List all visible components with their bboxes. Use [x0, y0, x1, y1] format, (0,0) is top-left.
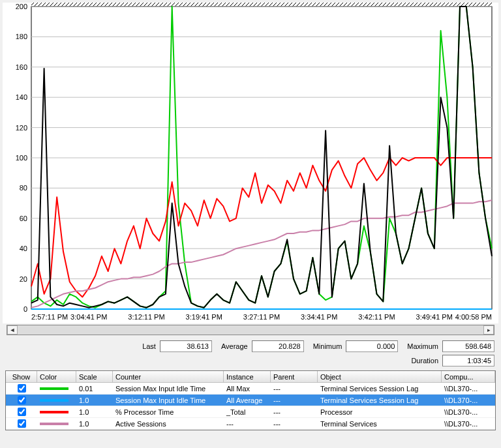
- show-checkbox-cell[interactable]: [6, 406, 37, 417]
- parent-cell: ---: [271, 383, 318, 394]
- header-instance[interactable]: Instance: [224, 371, 271, 382]
- header-scale[interactable]: Scale: [76, 371, 113, 382]
- svg-text:0: 0: [23, 305, 27, 313]
- svg-text:2:57:11 PM: 2:57:11 PM: [31, 313, 68, 321]
- avg-label: Average: [216, 342, 248, 350]
- dur-value: 1:03:45: [442, 355, 494, 366]
- svg-text:3:12:11 PM: 3:12:11 PM: [128, 313, 164, 321]
- color-swatch: [40, 411, 68, 413]
- scroll-left-button[interactable]: ◄: [7, 325, 18, 335]
- counter-grid[interactable]: Show Color Scale Counter Instance Parent…: [5, 370, 496, 430]
- scale-cell: 0.01: [76, 383, 113, 394]
- show-checkbox[interactable]: [18, 396, 26, 404]
- header-parent[interactable]: Parent: [271, 371, 318, 382]
- color-cell: [37, 395, 76, 406]
- last-value: 38.613: [160, 340, 212, 352]
- svg-rect-0: [31, 3, 492, 7]
- avg-value: 20.828: [252, 340, 304, 352]
- computer-cell: \\DL370-...: [442, 383, 495, 394]
- svg-text:200: 200: [16, 3, 27, 10]
- scale-cell: 1.0: [76, 418, 113, 429]
- scale-cell: 1.0: [76, 395, 113, 406]
- svg-text:3:34:41 PM: 3:34:41 PM: [301, 313, 337, 321]
- stats-bar: Last 38.613 Average 20.828 Minimum 0.000…: [3, 339, 498, 353]
- svg-text:3:04:41 PM: 3:04:41 PM: [70, 313, 107, 321]
- grid-header[interactable]: Show Color Scale Counter Instance Parent…: [6, 371, 495, 383]
- computer-cell: \\DL370-...: [442, 418, 495, 429]
- svg-text:3:19:41 PM: 3:19:41 PM: [186, 313, 222, 321]
- counter-cell: % Processor Time: [113, 406, 224, 417]
- color-cell: [37, 406, 76, 417]
- time-scrollbar[interactable]: ◄ ▸: [7, 325, 494, 335]
- computer-cell: \\DL370-...: [442, 406, 495, 417]
- counter-cell: Session Max Input Idle Time: [113, 395, 224, 406]
- svg-text:3:27:11 PM: 3:27:11 PM: [243, 313, 280, 321]
- svg-text:180: 180: [16, 33, 27, 40]
- object-cell: Terminal Services Session Lag: [318, 395, 442, 406]
- color-swatch: [40, 399, 68, 402]
- header-color[interactable]: Color: [37, 371, 76, 382]
- svg-text:140: 140: [16, 93, 27, 101]
- scale-cell: 1.0: [76, 406, 113, 417]
- instance-cell: ---: [224, 418, 271, 429]
- object-cell: Processor: [318, 406, 442, 417]
- header-computer[interactable]: Compu...: [442, 371, 495, 382]
- show-checkbox-cell[interactable]: [6, 395, 37, 406]
- perfmon-chart[interactable]: 0204060801001201401601802002:57:11 PM3:0…: [3, 3, 498, 323]
- dur-label: Duration: [406, 357, 438, 365]
- parent-cell: ---: [271, 406, 318, 417]
- svg-text:60: 60: [20, 215, 27, 222]
- parent-cell: ---: [271, 418, 318, 429]
- max-value: 598.648: [442, 340, 494, 352]
- header-counter[interactable]: Counter: [113, 371, 224, 382]
- counter-cell: Active Sessions: [113, 418, 224, 429]
- stats-bar-2: Duration 1:03:45: [3, 353, 498, 368]
- svg-text:120: 120: [16, 124, 27, 132]
- color-cell: [37, 383, 76, 394]
- header-object[interactable]: Object: [318, 371, 442, 382]
- counter-cell: Session Max Input Idle Time: [113, 383, 224, 394]
- show-checkbox[interactable]: [18, 419, 26, 428]
- scroll-thumb[interactable]: [18, 325, 483, 335]
- color-swatch: [40, 423, 68, 425]
- table-row[interactable]: 1.0Active Sessions------Terminal Service…: [6, 418, 495, 430]
- color-swatch: [40, 387, 68, 390]
- instance-cell: _Total: [224, 406, 271, 417]
- svg-text:80: 80: [20, 184, 27, 192]
- max-label: Maximum: [402, 342, 438, 350]
- computer-cell: \\DL370-...: [442, 395, 495, 406]
- svg-text:100: 100: [16, 154, 27, 162]
- min-value: 0.000: [346, 340, 398, 352]
- table-row[interactable]: 0.01Session Max Input Idle TimeAll Max--…: [6, 383, 495, 395]
- show-checkbox[interactable]: [18, 408, 26, 416]
- svg-text:20: 20: [20, 275, 27, 283]
- color-cell: [37, 418, 76, 429]
- svg-text:4:00:58 PM: 4:00:58 PM: [455, 313, 492, 321]
- table-row[interactable]: 1.0Session Max Input Idle TimeAll Averag…: [6, 395, 495, 406]
- svg-text:160: 160: [16, 63, 27, 71]
- svg-text:3:42:11 PM: 3:42:11 PM: [358, 313, 395, 321]
- table-row[interactable]: 1.0% Processor Time_Total---Processor\\D…: [6, 406, 495, 418]
- header-show[interactable]: Show: [6, 371, 37, 382]
- object-cell: Terminal Services Session Lag: [318, 383, 442, 394]
- show-checkbox[interactable]: [18, 384, 26, 393]
- instance-cell: All Max: [224, 383, 271, 394]
- object-cell: Terminal Services: [318, 418, 442, 429]
- svg-text:40: 40: [20, 245, 27, 252]
- show-checkbox-cell[interactable]: [6, 383, 37, 394]
- instance-cell: All Average: [224, 395, 271, 406]
- svg-text:3:49:41 PM: 3:49:41 PM: [416, 313, 453, 321]
- scroll-right-button[interactable]: ▸: [483, 325, 494, 335]
- show-checkbox-cell[interactable]: [6, 418, 37, 429]
- min-label: Minimum: [308, 342, 342, 350]
- last-label: Last: [137, 342, 156, 350]
- parent-cell: ---: [271, 395, 318, 406]
